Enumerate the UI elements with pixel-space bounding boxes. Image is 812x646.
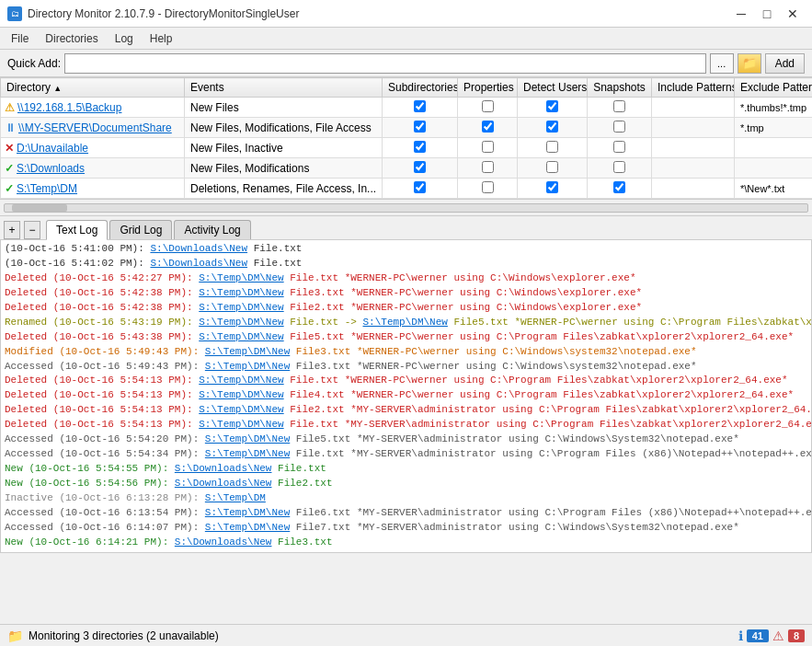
log-line: Deleted (10-Oct-16 5:42:38 PM): S:\Temp\…	[5, 286, 807, 301]
directory-table-body: ⚠\\192.168.1.5\BackupNew Files*.thumbs!*…	[1, 98, 813, 199]
detectUsers-checkbox[interactable]	[546, 181, 558, 193]
table-row[interactable]: ✓S:\DownloadsNew Files, Modifications	[1, 158, 813, 179]
table-row[interactable]: ⚠\\192.168.1.5\BackupNew Files*.thumbs!*…	[1, 98, 813, 118]
log-path-link[interactable]: S:\Temp\DM\New	[199, 287, 283, 298]
events-cell: New Files, Inactive	[185, 138, 383, 158]
snapshots-checkbox[interactable]	[613, 121, 625, 133]
properties-checkbox[interactable]	[482, 121, 494, 133]
log-path-link[interactable]: S:\Temp\DM\New	[199, 375, 283, 386]
log-path-link[interactable]: S:\Temp\DM\New	[199, 302, 283, 313]
log-path-link[interactable]: S:\Temp\DM\New	[199, 389, 283, 400]
properties-checkbox[interactable]	[482, 181, 494, 193]
menu-item-file[interactable]: File	[4, 30, 36, 47]
detectUsers-checkbox[interactable]	[546, 100, 558, 112]
log-path-link[interactable]: S:\Temp\DM\New	[205, 448, 290, 459]
log-path-link[interactable]: S:\Temp\DM\New	[199, 404, 283, 415]
properties-cell	[458, 98, 518, 118]
status-folder-icon: 📁	[7, 629, 23, 643]
detectUsers-checkbox[interactable]	[546, 141, 558, 153]
log-path-link[interactable]: S:\Temp\DM	[205, 492, 266, 503]
log-section: + − Text LogGrid LogActivity Log (10-Oct…	[0, 216, 812, 553]
menu-item-help[interactable]: Help	[143, 30, 180, 47]
snapshots-checkbox[interactable]	[613, 141, 625, 153]
menu-item-log[interactable]: Log	[108, 30, 141, 47]
detectUsers-cell	[518, 118, 588, 138]
maximize-button[interactable]: □	[755, 5, 779, 23]
col-header-detect-users[interactable]: Detect Users	[518, 78, 588, 98]
include-patterns-cell	[652, 158, 735, 179]
subdirectories-checkbox[interactable]	[414, 100, 426, 112]
directory-link[interactable]: \\MY-SERVER\DocumentShare	[18, 121, 172, 134]
snapshots-cell	[588, 158, 652, 179]
log-line: Deleted (10-Oct-16 5:54:13 PM): S:\Temp\…	[5, 403, 807, 418]
snapshots-checkbox[interactable]	[613, 181, 625, 193]
detectUsers-checkbox[interactable]	[546, 161, 558, 173]
table-row[interactable]: ✓S:\Temp\DMDeletions, Renames, File Acce…	[1, 179, 813, 199]
subdirectories-checkbox[interactable]	[414, 141, 426, 153]
tab-grid-log[interactable]: Grid Log	[109, 220, 172, 239]
quick-add-add-button[interactable]: Add	[765, 53, 805, 74]
col-header-events[interactable]: Events	[185, 78, 383, 98]
include-patterns-cell	[652, 118, 735, 138]
col-header-snapshots[interactable]: Snapshots	[588, 78, 652, 98]
exclude-patterns-cell	[735, 138, 813, 158]
title-bar: 🗂 Directory Monitor 2.10.7.9 - Directory…	[0, 0, 812, 28]
snapshots-checkbox[interactable]	[613, 100, 625, 112]
table-row[interactable]: ✕D:\UnavailableNew Files, Inactive	[1, 138, 813, 158]
col-header-subdirectories[interactable]: Subdirectories	[383, 78, 458, 98]
log-line: New (10-Oct-16 6:14:21 PM): S:\Downloads…	[5, 550, 807, 553]
subdirectories-cell	[383, 118, 458, 138]
col-header-exclude-patterns[interactable]: Exclude Patterns	[735, 78, 813, 98]
directory-link[interactable]: S:\Downloads	[17, 162, 85, 175]
dir-cell: ✓S:\Downloads	[1, 158, 185, 179]
subdirectories-checkbox[interactable]	[414, 121, 426, 133]
log-path-link[interactable]: S:\Temp\DM\New	[205, 433, 290, 444]
properties-checkbox[interactable]	[482, 100, 494, 112]
exclude-patterns-cell: *.thumbs!*.tmp	[735, 98, 813, 118]
tab-text-log[interactable]: Text Log	[46, 220, 108, 240]
log-line: (10-Oct-16 5:41:02 PM): S:\Downloads\New…	[5, 257, 807, 271]
close-button[interactable]: ✕	[781, 5, 805, 23]
log-path-link[interactable]: S:\Temp\DM\New	[362, 317, 447, 328]
table-row[interactable]: ⏸\\MY-SERVER\DocumentShareNew Files, Mod…	[1, 118, 813, 138]
log-line: Deleted (10-Oct-16 5:43:38 PM): S:\Temp\…	[5, 330, 807, 345]
log-path-link[interactable]: S:\Temp\DM\New	[199, 317, 283, 328]
detectUsers-checkbox[interactable]	[546, 121, 558, 133]
col-header-include-patterns[interactable]: Include Patterns	[652, 78, 735, 98]
directory-link[interactable]: S:\Temp\DM	[17, 182, 77, 195]
remove-tab-button[interactable]: −	[24, 221, 40, 239]
log-path-link[interactable]: S:\Downloads\New	[150, 243, 247, 254]
col-header-properties[interactable]: Properties	[458, 78, 518, 98]
minimize-button[interactable]: ─	[729, 5, 753, 23]
quick-add-input[interactable]	[64, 53, 706, 74]
log-path-link[interactable]: S:\Temp\DM\New	[199, 331, 283, 342]
log-path-link[interactable]: S:\Downloads\New	[150, 258, 247, 269]
properties-checkbox[interactable]	[482, 161, 494, 173]
col-header-directory[interactable]: Directory ▲	[1, 78, 185, 98]
properties-checkbox[interactable]	[482, 141, 494, 153]
log-path-link[interactable]: S:\Downloads\New	[175, 536, 272, 548]
menu-item-directories[interactable]: Directories	[38, 30, 105, 47]
log-path-link[interactable]: S:\Temp\DM\New	[205, 361, 290, 372]
subdirectories-checkbox[interactable]	[414, 161, 426, 173]
log-path-link[interactable]: S:\Temp\DM\New	[199, 419, 283, 430]
directory-table-wrapper: Directory ▲ Events Subdirectories Proper…	[0, 77, 812, 200]
tab-activity-log[interactable]: Activity Log	[174, 220, 250, 239]
quick-add-folder-button[interactable]: 📁	[738, 53, 761, 74]
subdirectories-checkbox[interactable]	[414, 181, 426, 193]
directory-link[interactable]: D:\Unavailable	[17, 142, 88, 155]
log-path-link[interactable]: S:\Temp\DM\New	[199, 272, 283, 283]
log-path-link[interactable]: S:\Downloads\New	[175, 463, 272, 474]
log-path-link[interactable]: S:\Downloads\New	[175, 551, 272, 553]
log-path-link[interactable]: S:\Temp\DM\New	[205, 507, 290, 518]
directory-link[interactable]: \\192.168.1.5\Backup	[17, 101, 121, 114]
log-path-link[interactable]: S:\Temp\DM\New	[205, 522, 290, 533]
horizontal-scrollbar[interactable]	[0, 200, 812, 216]
snapshots-cell	[588, 179, 652, 199]
properties-cell	[458, 118, 518, 138]
snapshots-checkbox[interactable]	[613, 161, 625, 173]
quick-add-browse-button[interactable]: ...	[710, 53, 734, 74]
add-tab-button[interactable]: +	[4, 221, 20, 239]
log-path-link[interactable]: S:\Downloads\New	[175, 478, 272, 489]
log-path-link[interactable]: S:\Temp\DM\New	[205, 346, 290, 357]
